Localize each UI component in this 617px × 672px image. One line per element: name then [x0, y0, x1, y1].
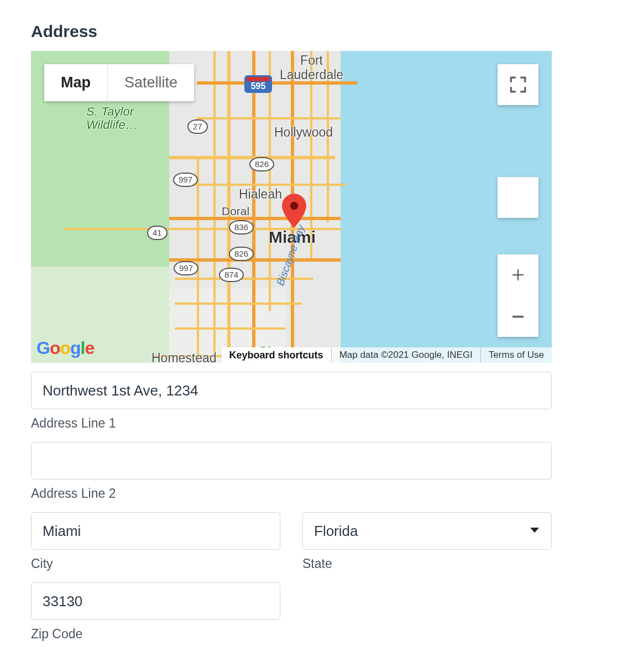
- shield-fl826: 826: [249, 157, 274, 171]
- google-logo: Google: [36, 338, 94, 358]
- address-line-1-input[interactable]: [31, 372, 552, 409]
- label-doral: Doral: [222, 205, 249, 218]
- shield-fl874: 874: [219, 268, 244, 282]
- map-road: [213, 51, 216, 363]
- label-fort-lauderdale: Fort Lauderdale: [280, 53, 343, 82]
- label-hollywood: Hollywood: [274, 125, 333, 140]
- map-road: [197, 117, 341, 119]
- map-marker-icon[interactable]: [282, 194, 306, 218]
- city-label: City: [31, 556, 280, 571]
- section-title: Address: [31, 22, 586, 41]
- map-type-satellite-button[interactable]: Satellite: [108, 64, 194, 101]
- zip-label: Zip Code: [31, 627, 280, 642]
- address-line-2-label: Address Line 2: [31, 486, 552, 501]
- zoom-in-button[interactable]: [498, 254, 538, 295]
- label-homestead: Homestead: [151, 351, 217, 363]
- terms-link[interactable]: Terms of Use: [480, 347, 552, 363]
- svg-point-0: [290, 202, 298, 210]
- map-road: [186, 184, 346, 186]
- minus-icon: [510, 308, 526, 325]
- map-road: [252, 51, 255, 363]
- shield-i595: 595: [244, 75, 272, 93]
- shield-fl997b: 997: [174, 261, 198, 275]
- fullscreen-button[interactable]: [498, 64, 538, 105]
- zoom-control: [498, 254, 538, 337]
- shield-fl836: 836: [229, 220, 254, 235]
- label-hialeah: Hialeah: [239, 187, 282, 202]
- state-select[interactable]: Florida: [302, 512, 552, 550]
- label-taylor-wildlife: S. Taylor Wildlife…: [86, 105, 138, 132]
- fullscreen-icon: [509, 75, 527, 94]
- shield-fl997: 997: [173, 173, 198, 187]
- map-road: [175, 278, 313, 280]
- map-road: [175, 303, 302, 305]
- keyboard-shortcuts-button[interactable]: Keyboard shortcuts: [222, 347, 331, 363]
- shield-us41: 41: [147, 226, 168, 240]
- address-line-1-label: Address Line 1: [31, 416, 552, 431]
- state-label: State: [302, 556, 552, 571]
- map-road: [169, 217, 341, 220]
- address-map[interactable]: 595 27 826 997 41 836 826 997 874 S. Tay…: [31, 51, 552, 363]
- map-type-map-button[interactable]: Map: [44, 64, 107, 101]
- map-type-toggle: Map Satellite: [44, 64, 194, 101]
- map-attribution: Keyboard shortcuts Map data ©2021 Google…: [222, 347, 552, 363]
- streetview-button[interactable]: [498, 177, 538, 218]
- shield-fl826b: 826: [229, 247, 254, 261]
- city-input[interactable]: [31, 512, 280, 550]
- shield-us27: 27: [187, 119, 208, 134]
- address-form: Address Line 1 Address Line 2 City Flori…: [31, 372, 552, 642]
- zoom-out-button[interactable]: [498, 296, 538, 337]
- map-road: [175, 327, 285, 330]
- map-data-attribution: Map data ©2021 Google, INEGI: [331, 347, 480, 363]
- address-line-2-input[interactable]: [31, 442, 552, 480]
- zip-input[interactable]: [31, 582, 280, 620]
- plus-icon: [510, 267, 526, 283]
- map-road: [169, 258, 341, 262]
